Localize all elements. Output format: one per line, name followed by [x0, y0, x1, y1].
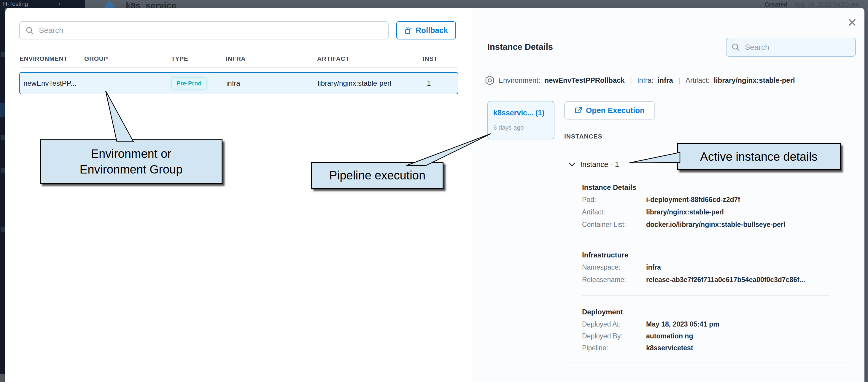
sidebar-fragment [1, 52, 5, 57]
field-label-pod: Pod: [582, 196, 596, 204]
callout-env-line2: Environment Group [80, 162, 183, 177]
field-value-namespace: infra [646, 263, 661, 272]
field-label-deployed-at: Deployed At: [582, 320, 621, 328]
infra-value: infra [658, 76, 673, 85]
search-icon [25, 26, 34, 35]
page-header-strip: H-Testing › k8s_service Created Aug 10, … [0, 0, 868, 8]
infra-label: Infra: [637, 76, 653, 85]
col-header-group: GROUP [84, 55, 108, 62]
field-value-releasename: release-ab3e7f26f711a0c617b54ea00f0c3d7c… [646, 276, 805, 284]
environments-search-field[interactable] [19, 21, 389, 39]
rollback-button-label: Rollback [415, 26, 447, 35]
created-label: Created [765, 1, 787, 8]
instances-bottom-divider [565, 362, 851, 362]
callout-active-instance: Active instance details [677, 143, 841, 170]
open-execution-label: Open Execution [586, 106, 645, 115]
search-input[interactable] [744, 42, 844, 52]
sidebar-active-item-fragment [0, 103, 5, 117]
artifact-value: library/nginx:stable-perl [714, 76, 795, 85]
sidebar-fragment [1, 168, 5, 172]
environment-value: newEnvTestPPRollback [545, 76, 624, 85]
environment-label: Environment: [498, 76, 540, 85]
field-value-deployed-by: automation ng [646, 332, 693, 340]
callout-environment: Environment or Environment Group [40, 139, 222, 184]
cell-environment: newEnvTestPP... [24, 79, 76, 88]
cell-artifact: library/nginx:stable-perl [318, 79, 391, 88]
section-heading-infrastructure: Infrastructure [582, 251, 628, 259]
cell-infra: infra [226, 79, 240, 88]
callout-env-line1: Environment or [91, 146, 171, 162]
sidebar-fragment [1, 135, 5, 140]
external-link-icon [575, 106, 582, 114]
field-label-pipeline: Pipeline: [582, 344, 608, 352]
callout-active-text: Active instance details [700, 149, 817, 165]
field-value-pod: i-deployment-88fd66cd-z2d7f [646, 196, 740, 204]
table-row-selected[interactable]: newEnvTestPP... – Pre-Prod infra library… [19, 72, 458, 94]
screen: H-Testing › k8s_service Created Aug 10, … [0, 0, 868, 382]
field-value-pipeline: k8sservicetest [646, 344, 693, 352]
separator: | [678, 76, 680, 85]
section-heading-instance-details: Instance Details [582, 183, 636, 192]
cell-group: – [85, 79, 89, 88]
field-label-deployed-by: Deployed By: [582, 332, 623, 340]
left-sidebar-strip [0, 8, 5, 374]
instance-accordion-header[interactable]: Instance - 1 [580, 160, 619, 169]
panel-divider [487, 65, 851, 65]
search-icon [731, 43, 740, 52]
section-divider [582, 295, 830, 296]
cell-inst: 1 [427, 79, 431, 88]
environment-icon [485, 75, 494, 86]
open-execution-button[interactable]: Open Execution [564, 101, 655, 120]
preprod-badge: Pre-Prod [172, 78, 206, 89]
col-header-artifact: ARTIFACT [317, 55, 349, 62]
field-value-deployed-at: May 18, 2023 05:41 pm [646, 320, 719, 328]
chevron-down-icon[interactable] [568, 162, 576, 167]
page-right-strip [864, 0, 868, 382]
table-header-divider [20, 67, 458, 68]
execution-card-time: 6 days ago [493, 124, 524, 131]
field-label-container-list: Container List: [582, 221, 626, 229]
field-value-container-list: docker.io/library/nginx:stable-bullseye-… [646, 221, 785, 229]
search-input[interactable] [38, 26, 330, 35]
col-header-type: TYPE [171, 55, 188, 62]
section-heading-deployment: Deployment [582, 308, 623, 316]
created-value: Aug 10, 2023 04:10 am [795, 1, 859, 8]
callout-pipeline-text: Pipeline execution [329, 167, 426, 183]
breadcrumb[interactable]: H-Testing [3, 1, 28, 7]
field-label-releasename: Releasename: [582, 276, 626, 284]
breadcrumb-chevron-icon: › [58, 0, 60, 7]
col-header-inst: INST [423, 55, 438, 62]
separator: | [630, 76, 632, 85]
panel-title: Instance Details [487, 42, 553, 52]
instances-section-label: INSTANCES [564, 133, 602, 140]
deployment-summary: Environment: newEnvTestPPRollback | Infr… [485, 75, 795, 86]
rollback-icon [404, 26, 413, 35]
instances-top-divider [565, 126, 851, 126]
pipeline-execution-card[interactable]: k8sservic... (1) 6 days ago [487, 101, 554, 139]
col-header-environment: ENVIRONMENT [20, 55, 68, 62]
field-value-artifact: library/nginx:stable-perl [646, 208, 724, 216]
field-label-artifact: Artifact: [582, 208, 605, 216]
col-header-infra: INFRA [226, 55, 246, 62]
execution-card-title: k8sservic... (1) [493, 108, 545, 117]
instances-search-field[interactable] [726, 38, 856, 57]
sidebar-fragment [1, 227, 5, 232]
rollback-button[interactable]: Rollback [396, 21, 456, 39]
artifact-label: Artifact: [686, 76, 710, 85]
close-icon[interactable]: ✕ [847, 17, 857, 29]
field-label-namespace: Namespace: [582, 263, 620, 272]
callout-pipeline-execution: Pipeline execution [311, 162, 443, 189]
section-divider [582, 239, 830, 240]
